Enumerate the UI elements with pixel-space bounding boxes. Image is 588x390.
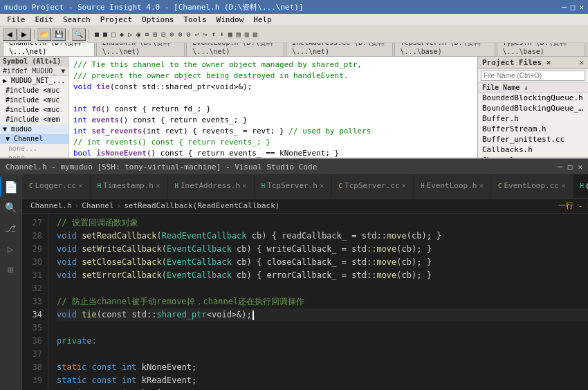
menu-window[interactable]: Window: [212, 15, 248, 25]
si-menubar: File Edit Search Project Options Tools W…: [0, 14, 588, 26]
toolbar-save[interactable]: 💾: [52, 28, 66, 41]
si-tree-item[interactable]: none...: [0, 154, 68, 158]
si-titlebar: muduo Project - Source Insight 4.0 - [Ch…: [0, 0, 588, 14]
activity-git[interactable]: ⎇: [0, 219, 21, 238]
si-tab-eventloop[interactable]: EventLoop.h (D:\资料\...\net): [186, 43, 284, 56]
vscode-minimize-btn[interactable]: ─: [558, 162, 562, 171]
code-line-28: void setReadCallback(ReadEventCallback c…: [57, 230, 588, 243]
si-code-line: /// prevent the owner object being destr…: [73, 71, 473, 82]
si-close-btn[interactable]: ✕: [579, 3, 584, 12]
si-code-line: int set_revents(int revt) { revents_ = r…: [73, 126, 473, 137]
file-list: BoundedBlockingQueue.h BoundedBlockingQu…: [478, 93, 588, 158]
vscode-maximize-btn[interactable]: □: [568, 162, 573, 171]
tab-logger[interactable]: C Logger.cc ✕: [22, 174, 91, 198]
si-tab-channel[interactable]: Channel.h (D:\资料\...\net): [3, 43, 95, 56]
file-panel: Project Files × ✕ File Name ↓ BoundedBlo…: [477, 57, 588, 158]
activity-debug[interactable]: ▷: [0, 239, 21, 259]
code-line-35: [57, 322, 588, 335]
si-tab-endian[interactable]: Endian.h (D:\资料\...\net): [96, 43, 185, 56]
activity-search[interactable]: 🔍: [0, 198, 21, 217]
file-panel-close[interactable]: ✕: [579, 58, 584, 67]
si-code-line: /// Tie this channel to the owner object…: [73, 59, 473, 71]
file-item[interactable]: Callbacks.h: [478, 145, 588, 155]
breadcrumb-file[interactable]: Channel.h: [30, 201, 72, 210]
vscode-main: C Logger.cc ✕ H Timestamp.h ✕ H InetAddr…: [22, 174, 588, 390]
menu-options[interactable]: Options: [138, 15, 178, 25]
menu-search[interactable]: Search: [59, 15, 95, 25]
si-tree-item[interactable]: #include <muc: [0, 105, 68, 115]
si-code-area: /// Tie this channel to the owner object…: [69, 57, 477, 158]
si-tree-item[interactable]: ▼ Channel: [0, 134, 68, 144]
menu-tools[interactable]: Tools: [179, 15, 210, 25]
code-line-36: private:: [57, 335, 588, 348]
si-maximize-btn[interactable]: □: [571, 3, 576, 12]
si-tree-item[interactable]: #include <muc: [0, 86, 68, 95]
menu-project[interactable]: Project: [96, 15, 136, 25]
menu-help[interactable]: Help: [249, 15, 276, 25]
si-tab-types[interactable]: Types.h (D:\资料\...\base): [497, 43, 585, 56]
breadcrumb-class[interactable]: Channel: [82, 201, 113, 210]
code-line-30: void setCloseCallback(EventCallback cb) …: [57, 256, 588, 269]
code-line-32: [57, 282, 588, 295]
activity-extensions[interactable]: ⊞: [0, 260, 21, 279]
si-tab-inetaddr[interactable]: InetAddress.cc (D:\资料\...\net): [286, 43, 393, 56]
vscode-editor: 27 28 29 30 31 32 33 34 35 36 37 38 39 4…: [22, 214, 588, 390]
file-col-header: File Name ↓: [478, 83, 588, 93]
tab-channel-h-active[interactable]: H Channel.h ✕: [573, 174, 588, 198]
code-line-27: // 设置回调函数对象: [57, 216, 588, 230]
tab-eventloop-h[interactable]: H EventLoop.h ✕: [414, 174, 491, 198]
vscode-title-text: Channel.h - mymuduo [SSH: tony-virtual-m…: [6, 162, 317, 171]
activity-bar: 📄 🔍 ⎇ ▷ ⊞: [0, 174, 21, 390]
tab-tcpserver-cc[interactable]: C TcpServer.cc ✕: [332, 174, 414, 198]
editor-code[interactable]: // 设置回调函数对象 void setReadCallback(ReadEve…: [48, 214, 588, 390]
tab-eventloop-cc[interactable]: C EventLoop.cc ✕: [491, 174, 573, 198]
si-tab-tcpserver[interactable]: TcpServer.h (D:\资料\...\base): [394, 43, 495, 56]
file-search-input[interactable]: [481, 71, 585, 81]
breadcrumb-method[interactable]: setReadCallback(ReadEventCallback): [124, 201, 279, 210]
si-tree-item[interactable]: none...: [0, 144, 68, 154]
tab-inetaddress[interactable]: H InetAddress.h ✕: [168, 174, 255, 198]
file-item[interactable]: BoundedBlockingQueue.h: [478, 93, 588, 103]
si-code-line: [73, 93, 473, 104]
vscode-close-btn[interactable]: ✕: [578, 162, 582, 171]
line-indicator: 一行 - 2732168745: [558, 201, 588, 211]
tab-tcpserver-h[interactable]: H TcpServer.h ✕: [255, 174, 332, 198]
tab-timestamp[interactable]: H Timestamp.h ✕: [91, 174, 168, 198]
toolbar-open[interactable]: 📂: [37, 28, 51, 41]
si-tree-item[interactable]: #include <mem: [0, 115, 68, 124]
si-toolbar: ◀ ▶ 📂 💾 🔍 ■ ■ □ ◆ ▷ ◉ ≡ ⊞ ⊟ ⊕ ⊗ ⊘ ↩ ↪ ⬆ …: [0, 26, 588, 43]
code-line-37: [57, 348, 588, 361]
code-line-39: static const int kReadEvent;: [57, 374, 588, 387]
file-panel-header: Project Files × ✕: [478, 57, 588, 69]
si-search-box[interactable]: #ifdef MUDUO_ ▼: [3, 67, 65, 75]
code-line-34: void tie(const std::shared_ptr<void>&);: [57, 308, 588, 322]
si-tree-item[interactable]: ▶ MUDUO_NET_...: [0, 76, 68, 86]
activity-explorer[interactable]: 📄: [0, 177, 21, 196]
menu-edit[interactable]: Edit: [31, 15, 58, 25]
si-code-line: int events() const { return events_; }: [73, 115, 473, 126]
si-tabbar: Channel.h (D:\资料\...\net) Endian.h (D:\资…: [0, 43, 588, 57]
si-code-line: // int revents() const { return revents_…: [73, 137, 473, 148]
toolbar-back[interactable]: ◀: [3, 28, 17, 41]
file-item[interactable]: BufferStream.h: [478, 124, 588, 134]
menu-file[interactable]: File: [3, 15, 30, 25]
si-symbol-tree: Symbol (Alt+1) #ifdef MUDUO_ ▼ ▶ MUDUO_N…: [0, 57, 69, 158]
vscode-tabbar: C Logger.cc ✕ H Timestamp.h ✕ H InetAddr…: [22, 174, 588, 198]
si-code-line: void tie(const std::shared_ptr<void>&);: [73, 82, 473, 93]
file-item[interactable]: Channel.cc: [478, 155, 588, 158]
toolbar-search[interactable]: 🔍: [72, 28, 86, 41]
code-line-31: void setErrorCallback(EventCallback cb) …: [57, 269, 588, 282]
code-line-38: static const int kNoneEvent;: [57, 361, 588, 374]
code-line-29: void setWriteCallback(EventCallback cb) …: [57, 243, 588, 256]
toolbar-fwd[interactable]: ▶: [17, 28, 31, 41]
file-item[interactable]: Buffer_unittest.cc: [478, 134, 588, 145]
file-item[interactable]: Buffer.h: [478, 113, 588, 124]
si-tree-item[interactable]: ▼ muduo: [0, 124, 68, 134]
si-tree-item[interactable]: #include <muc: [0, 95, 68, 105]
si-minimize-btn[interactable]: ─: [562, 3, 567, 12]
file-panel-search: [478, 69, 588, 83]
vscode-titlebar: Channel.h - mymuduo [SSH: tony-virtual-m…: [0, 159, 588, 174]
code-line-33: // 防止当channel被手动remove掉，channel还在执行回调操作: [57, 295, 588, 308]
si-code-line: bool isNoneEvent() const { return events…: [73, 148, 473, 158]
file-item[interactable]: BoundedBlockingQueue_test.cc: [478, 103, 588, 113]
